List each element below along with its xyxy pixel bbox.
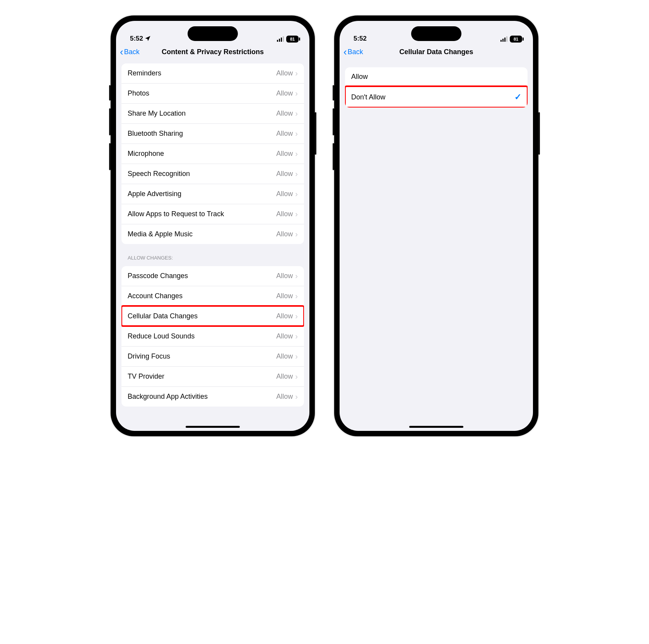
- nav-bar: ‹ Back Cellular Data Changes: [340, 43, 533, 60]
- page-title: Cellular Data Changes: [340, 48, 533, 56]
- row-label: Media & Apple Music: [128, 230, 193, 238]
- row-label: Reduce Loud Sounds: [128, 332, 195, 340]
- row-label: Don't Allow: [351, 93, 385, 101]
- back-button[interactable]: ‹ Back: [343, 47, 363, 57]
- row-label: Bluetooth Sharing: [128, 130, 183, 138]
- row-value: Allow›: [276, 272, 298, 280]
- nav-bar: ‹ Back Content & Privacy Restrictions: [116, 43, 309, 60]
- row-value: Allow›: [276, 109, 298, 118]
- home-indicator[interactable]: [186, 426, 240, 428]
- battery-icon: 81: [510, 36, 522, 43]
- chevron-right-icon: ›: [295, 129, 298, 138]
- settings-row-account-changes[interactable]: Account ChangesAllow›: [121, 286, 304, 306]
- row-label: Allow Apps to Request to Track: [128, 210, 224, 218]
- chevron-right-icon: ›: [295, 230, 298, 239]
- volume-down-button[interactable]: [333, 143, 334, 170]
- chevron-right-icon: ›: [295, 109, 298, 118]
- privacy-group: RemindersAllow›PhotosAllow›Share My Loca…: [121, 63, 304, 244]
- chevron-right-icon: ›: [295, 312, 298, 321]
- settings-row-photos[interactable]: PhotosAllow›: [121, 83, 304, 103]
- settings-row-share-my-location[interactable]: Share My LocationAllow›: [121, 103, 304, 123]
- back-label: Back: [124, 48, 140, 56]
- row-label: Cellular Data Changes: [128, 312, 198, 320]
- volume-up-button[interactable]: [333, 108, 334, 135]
- silent-switch[interactable]: [333, 85, 334, 101]
- chevron-right-icon: ›: [295, 272, 298, 280]
- home-indicator[interactable]: [409, 426, 463, 428]
- settings-row-allow[interactable]: Allow: [345, 67, 528, 86]
- back-label: Back: [348, 48, 363, 56]
- settings-row-driving-focus[interactable]: Driving FocusAllow›: [121, 346, 304, 366]
- allow-options-group: AllowDon't Allow✓: [345, 67, 528, 108]
- battery-icon: 81: [286, 36, 299, 43]
- settings-content[interactable]: AllowDon't Allow✓: [340, 60, 533, 431]
- row-label: Share My Location: [128, 109, 186, 118]
- row-value: Allow›: [276, 149, 298, 158]
- chevron-right-icon: ›: [295, 210, 298, 219]
- row-label: Speech Recognition: [128, 170, 190, 178]
- settings-row-microphone[interactable]: MicrophoneAllow›: [121, 143, 304, 164]
- chevron-right-icon: ›: [295, 392, 298, 401]
- settings-row-allow-apps-to-request-to-track[interactable]: Allow Apps to Request to TrackAllow›: [121, 204, 304, 224]
- row-value: Allow›: [276, 312, 298, 321]
- row-label: Reminders: [128, 69, 161, 77]
- settings-row-media-apple-music[interactable]: Media & Apple MusicAllow›: [121, 224, 304, 244]
- row-value: Allow›: [276, 332, 298, 341]
- chevron-right-icon: ›: [295, 292, 298, 301]
- row-label: Microphone: [128, 150, 164, 158]
- dynamic-island: [411, 26, 461, 41]
- chevron-right-icon: ›: [295, 332, 298, 341]
- settings-row-reduce-loud-sounds[interactable]: Reduce Loud SoundsAllow›: [121, 326, 304, 346]
- power-button[interactable]: [315, 112, 316, 155]
- row-value: Allow›: [276, 392, 298, 401]
- cellular-signal-icon: [500, 36, 507, 42]
- chevron-right-icon: ›: [295, 352, 298, 361]
- checkmark-icon: ✓: [514, 92, 521, 102]
- volume-up-button[interactable]: [109, 108, 111, 135]
- settings-row-reminders[interactable]: RemindersAllow›: [121, 63, 304, 83]
- row-value: Allow›: [276, 372, 298, 381]
- row-label: Passcode Changes: [128, 272, 188, 280]
- phone-right: 5:52 81 ‹ Back Cellular Data Changes All…: [334, 15, 538, 436]
- row-label: Account Changes: [128, 292, 183, 300]
- chevron-right-icon: ›: [295, 149, 298, 158]
- row-value: Allow›: [276, 89, 298, 98]
- silent-switch[interactable]: [109, 85, 111, 101]
- row-value: Allow›: [276, 352, 298, 361]
- dynamic-island: [188, 26, 238, 41]
- chevron-right-icon: ›: [295, 372, 298, 381]
- back-button[interactable]: ‹ Back: [120, 47, 140, 57]
- settings-row-bluetooth-sharing[interactable]: Bluetooth SharingAllow›: [121, 123, 304, 143]
- settings-row-cellular-data-changes[interactable]: Cellular Data ChangesAllow›: [121, 306, 304, 326]
- allow-changes-group: Passcode ChangesAllow›Account ChangesAll…: [121, 266, 304, 407]
- status-time: 5:52: [354, 35, 367, 43]
- row-value: Allow›: [276, 230, 298, 239]
- chevron-right-icon: ›: [295, 69, 298, 78]
- phone-left: 5:52 81 ‹ Back Content & Privacy Restric…: [111, 15, 315, 436]
- row-value: Allow›: [276, 190, 298, 198]
- settings-row-background-app-activities[interactable]: Background App ActivitiesAllow›: [121, 386, 304, 407]
- settings-content[interactable]: RemindersAllow›PhotosAllow›Share My Loca…: [116, 60, 309, 431]
- chevron-right-icon: ›: [295, 169, 298, 178]
- chevron-left-icon: ‹: [120, 47, 123, 57]
- settings-row-apple-advertising[interactable]: Apple AdvertisingAllow›: [121, 184, 304, 204]
- row-value: Allow›: [276, 129, 298, 138]
- row-value: Allow›: [276, 69, 298, 78]
- settings-row-don-t-allow[interactable]: Don't Allow✓: [345, 86, 528, 108]
- chevron-right-icon: ›: [295, 190, 298, 198]
- settings-row-speech-recognition[interactable]: Speech RecognitionAllow›: [121, 164, 304, 184]
- row-value: ✓: [514, 92, 521, 102]
- power-button[interactable]: [538, 112, 540, 155]
- location-icon: [145, 35, 151, 43]
- settings-row-tv-provider[interactable]: TV ProviderAllow›: [121, 366, 304, 386]
- row-label: Allow: [351, 73, 368, 81]
- row-label: Driving Focus: [128, 352, 170, 360]
- chevron-left-icon: ‹: [343, 47, 347, 57]
- volume-down-button[interactable]: [109, 143, 111, 170]
- settings-row-passcode-changes[interactable]: Passcode ChangesAllow›: [121, 266, 304, 286]
- status-time: 5:52: [130, 35, 143, 43]
- cellular-signal-icon: [277, 36, 284, 42]
- row-label: Apple Advertising: [128, 190, 181, 198]
- row-value: Allow›: [276, 292, 298, 301]
- row-value: Allow›: [276, 169, 298, 178]
